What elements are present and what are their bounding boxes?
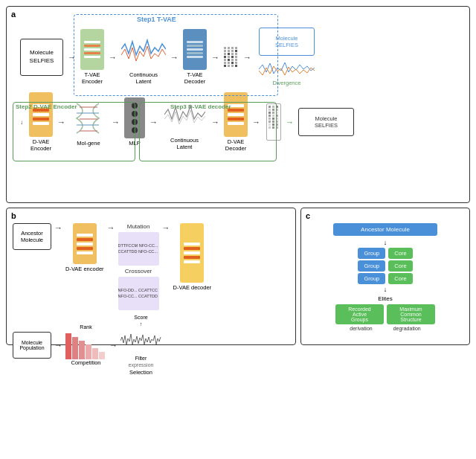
expression-label: expression — [129, 362, 154, 367]
enc-line3 — [84, 48, 100, 51]
mcs-box: Maximum Common Structure — [387, 304, 435, 324]
recorded-label: Recorded Active Groups — [348, 306, 370, 322]
panel-a: a Step1 T-VAE Step2 D-VAE Encoder Step3 … — [6, 6, 470, 203]
step1-label: Step1 T-VAE — [137, 16, 176, 23]
bottom-row: b Ancestor Molecule → — [6, 208, 470, 349]
latent-svg — [121, 33, 166, 66]
b-dvae-dec: D-VAE decoder — [173, 223, 212, 291]
arrow12: → — [286, 118, 294, 126]
b-arrow1: → — [54, 223, 62, 232]
enc-line5 — [84, 56, 100, 58]
competition-svg — [65, 330, 106, 359]
selection-label: Selection — [129, 369, 152, 376]
b-arrow2: → — [107, 223, 115, 232]
b-arrow4: → — [54, 341, 62, 350]
selection-svg — [120, 328, 161, 354]
latent2-svg — [164, 98, 205, 132]
enc-line1 — [84, 41, 100, 43]
dna-mutation: DTTFCCM NFO-CC... CCATTDD NFO-CC... — [118, 232, 159, 266]
seq-text-mut: DTTFCCM NFO-CC... CCATTDD NFO-CC... — [118, 243, 159, 254]
step2-label: Step2 D-VAE Encoder — [16, 103, 77, 110]
b-dvae-dec-l3 — [184, 251, 200, 254]
panel-c: c Ancestor Molecule ↓ Group Core Group C… — [300, 208, 470, 345]
out-mol-selfies2: Molecule SELFIES — [298, 108, 354, 136]
b-top: Ancestor Molecule → D-VAE encode — [13, 223, 289, 310]
b-dvae-l2 — [77, 238, 93, 241]
degradation-label: degradation — [393, 326, 421, 331]
svg-rect-9 — [92, 348, 98, 359]
b-dvae-l1 — [77, 234, 93, 237]
derivation-label: derivation — [350, 326, 372, 331]
down-arrow1: ↓ — [384, 239, 387, 246]
b-dvae-dec-l1 — [184, 243, 200, 245]
svg-rect-7 — [79, 341, 85, 359]
core-box3: Core — [388, 273, 412, 284]
mol-pop-box: Molecule Population — [13, 332, 51, 359]
score-label: Score — [134, 315, 147, 320]
step1-border — [74, 14, 278, 96]
b-dvae-dec-l4 — [184, 256, 200, 259]
latent-block — [121, 29, 166, 70]
b-dvae-dec-block — [180, 223, 204, 283]
group-core-row2: Group Core — [307, 260, 463, 272]
filter-label: Filter — [135, 356, 147, 361]
b-dvae-dec-label: D-VAE decoder — [173, 284, 212, 291]
panel-a-label: a — [11, 10, 16, 19]
step2-border — [13, 102, 135, 161]
mutation-area: Mutation DTTFCCM NFO-CC... CCATTDD NFO-C… — [118, 223, 159, 310]
ancestor-mol-c-label: Ancestor Molecule — [361, 226, 410, 233]
selection-group: Score ↑ Filter expression Selection — [120, 315, 161, 376]
group-box2: Group — [358, 260, 385, 272]
svg-rect-5 — [65, 333, 71, 359]
group-core-row1: Group Core — [307, 248, 463, 259]
dna-crossover: NFO-DD... CCATTCC NFO-CC... CCATTDD — [118, 277, 159, 310]
competition-group: Rank Competition — [65, 324, 106, 366]
b-dvae-dec-l5 — [184, 260, 200, 263]
svg-rect-10 — [99, 352, 105, 359]
b-dvae-l4 — [77, 247, 93, 250]
b-dvae-l5 — [77, 251, 93, 254]
competition-label: Competition — [71, 359, 100, 366]
b-dvae-dec-inner — [184, 243, 200, 263]
mcs-label: Maximum Common Structure — [399, 306, 422, 322]
recorded-box: Recorded Active Groups — [335, 304, 384, 324]
core-label1: Core — [394, 250, 406, 257]
b-dvae-dec-l2 — [184, 247, 200, 250]
enc-line4 — [84, 52, 100, 54]
panel-c-label: c — [306, 211, 310, 220]
seq-text-cross: NFO-DD... CCATTCC NFO-CC... CCATTDD — [118, 288, 159, 299]
b-dvae-l3 — [77, 243, 93, 245]
down-arrow2: ↓ — [384, 286, 387, 293]
b-dvae-enc-label: D-VAE encoder — [65, 266, 104, 272]
ancestor-box: Ancestor Molecule — [333, 223, 437, 236]
b-dvae-enc-block — [73, 223, 97, 264]
panel-b: b Ancestor Molecule → — [6, 208, 296, 345]
rank-label: Rank — [80, 324, 91, 330]
tvae-encoder-block — [80, 29, 104, 70]
mutation-label: Mutation — [118, 223, 159, 230]
core-label3: Core — [394, 275, 406, 282]
b-arrow5: → — [109, 341, 118, 350]
mol-selfies-box: Molecule SELFIES — [20, 39, 63, 76]
group-label2: Group — [364, 263, 379, 269]
ancestor-mol-label: Ancestor Molecule — [21, 230, 43, 243]
enc-line2 — [84, 45, 100, 47]
group-box1: Group — [358, 248, 385, 259]
b-dvae-enc-inner — [77, 234, 93, 254]
b-dvae-enc: D-VAE encoder — [65, 223, 104, 272]
svg-rect-6 — [72, 337, 78, 359]
elite-bottom-row: Recorded Active Groups Maximum Common St… — [307, 304, 463, 324]
crossover-label: Crossover — [118, 268, 159, 275]
main-container: a Step1 T-VAE Step2 D-VAE Encoder Step3 … — [0, 0, 476, 459]
b-arrow3: → — [162, 223, 170, 232]
core-box1: Core — [388, 248, 412, 259]
mol-pop-label: Molecule Population — [19, 340, 44, 350]
panel-b-label: b — [11, 211, 16, 220]
spacer — [376, 326, 390, 331]
latent2-block — [162, 94, 207, 135]
core-label2: Core — [394, 263, 406, 269]
tvae-enc-inner — [84, 41, 100, 58]
b-bottom: Molecule Population → Rank Compe — [13, 315, 289, 376]
group-label3: Group — [364, 275, 379, 282]
ancestor-mol-box: Ancestor Molecule — [13, 223, 51, 250]
